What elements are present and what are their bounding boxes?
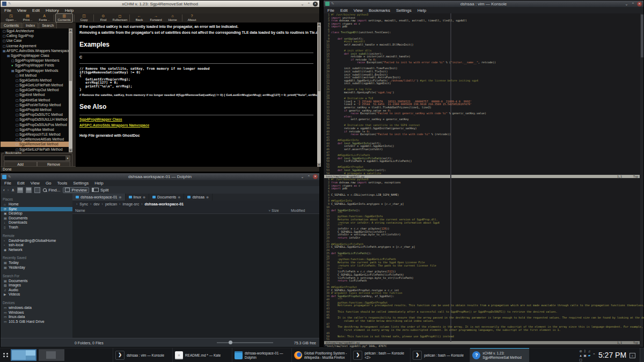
tree-item-sgp4propds50utc-method[interactable]: ▢Sgp4PropDs50UTC Method [1, 112, 69, 117]
tab-index[interactable]: Index [23, 23, 38, 28]
open-button[interactable]: ◳Open .. [3, 14, 19, 22]
contents-button[interactable]: ▥Contents [55, 13, 73, 23]
konsole-menu-settings[interactable]: Settings [396, 8, 412, 13]
tree-item-sgp4getlicfilepath-method[interactable]: ▢Sgp4GetLicFilePath Method [1, 83, 69, 87]
tree-item-sgp4propmse-method[interactable]: ▢Sgp4PropMse Method [1, 127, 69, 132]
home-button[interactable]: ⌂Home [164, 14, 181, 22]
copy-button[interactable]: ◫Copy [76, 14, 92, 22]
task-button-dshsaa-workspace-01-dolphin[interactable]: dshsaa-workspace-01 — Dolphin [232, 348, 291, 362]
konsole-menu-bookmarks[interactable]: Bookmarks [369, 8, 390, 13]
konsole-menu-file[interactable]: File [327, 8, 334, 13]
places-item-downloads[interactable]: ↓Downloads [1, 220, 72, 225]
tree-item-sgp4posveltokep-method[interactable]: ▢Sgp4PosVelToKep Method [1, 102, 69, 107]
places-item-windows-data[interactable]: ▭windows-data [1, 306, 72, 311]
zoom-slider[interactable] [217, 342, 273, 343]
pager-desktop-2[interactable] [39, 349, 64, 361]
tree-item-sgp4reepochtle-method[interactable]: ▢Sgp4ReepochTLE Method [1, 132, 69, 137]
konsole-menu-help[interactable]: Help [418, 8, 426, 13]
tab-linux[interactable]: linux⊗ [126, 194, 149, 201]
tree-item-sgp4removeallsats-method[interactable]: ▢Sgp4RemoveAllSats Method [1, 137, 69, 142]
close-icon[interactable]: ⊗ [206, 195, 209, 199]
tree-item-sgp4propwrapper-members[interactable]: ▢Sgp4PropWrapper Members [1, 58, 69, 63]
places-item-yesterday[interactable]: ▤Yesterday [1, 265, 72, 270]
places-item-101-5-gib-hard-drive[interactable]: ▭101.5 GiB Hard Drive [1, 320, 72, 324]
terminal-scrollbar[interactable] [640, 13, 643, 347]
tree-item-afspc-astrostds-wrappers-namespace[interactable]: ▤AFSPC.AstroStds.Wrappers Namespace [1, 48, 69, 53]
tree-item-init-method[interactable]: ▢Init Method [1, 73, 69, 78]
tab-documents[interactable]: Documents⊗ [149, 194, 184, 201]
xchm-menu-file[interactable]: File [4, 8, 11, 13]
task-button-global-positioning-system-wikipedia-mozilla-firefox[interactable]: Global Positioning System - Wikipedia - … [291, 348, 351, 362]
tree-item-sgp4getinfo-method[interactable]: ▢Sgp4GetInfo Method [1, 78, 69, 83]
task-button-pelican-bash-konsole-2[interactable]: ❯pelican : bash — Konsole <2> [350, 348, 410, 362]
column-header-name[interactable]: Name [75, 209, 268, 212]
task-button-dshsaa-vim-konsole[interactable]: ❯dshsaa : vim — Konsole [113, 348, 172, 362]
konsole-menu-view[interactable]: View [354, 8, 363, 13]
forward-button[interactable]: › [8, 188, 9, 193]
column-header-size[interactable]: Size [272, 209, 291, 212]
chat-icon[interactable]: ▰ [587, 353, 591, 358]
find-button[interactable]: ⊙Find [95, 14, 112, 22]
dolphin-titlebar[interactable]: ✎ dshsaa-workspace-01 — Dolphin ⌄ ⌃ ✕ [1, 173, 319, 180]
back-button[interactable]: ‹ [3, 188, 5, 193]
bookmarks-combobox[interactable]: ▼ [4, 156, 70, 161]
maximize-button[interactable]: ⌃ [631, 2, 635, 6]
close-button[interactable]: ✕ [637, 2, 642, 6]
pager-desktop-1[interactable] [11, 349, 36, 361]
display-icon[interactable]: ▢ [579, 358, 583, 362]
split-button[interactable]: Split [92, 188, 109, 193]
dolphin-menu-help[interactable]: Help [94, 181, 103, 186]
find-button[interactable]: Find... [43, 188, 60, 193]
icons-view-button[interactable] [17, 187, 23, 193]
vim-pane-bottom[interactable]: 1#! /usr/bin/env python32from dshsaa.raw… [324, 178, 640, 341]
tree-item-sgp4initsat-method[interactable]: ▢Sgp4InitSat Method [1, 98, 69, 102]
dolphin-menu-edit[interactable]: Edit [17, 181, 25, 186]
xchm-contents-tree[interactable]: ▢Sgp4 Architecture▢Calling Sgp4Prop▢Use … [1, 28, 69, 152]
column-header-modified[interactable]: Modified [291, 209, 317, 212]
places-item-sync[interactable]: ⟳Sync [1, 207, 72, 212]
breadcrumb-dev[interactable]: dev [93, 202, 99, 206]
tree-item-sgp4propds50utcllh-method[interactable]: ▢Sgp4PropDs50UtcLLH Method [1, 117, 69, 122]
volume-icon[interactable]: ♫ [587, 349, 591, 353]
terminal[interactable]: 1#! /usr/bin/env python32import unittest… [324, 13, 640, 347]
tree-item-sgp4propds50utcpos-method[interactable]: ▢Sgp4PropDs50UtcPos Method [1, 122, 69, 127]
zoom-slider-handle[interactable] [229, 341, 232, 344]
places-item-davidharding-globalhome[interactable]: ▫DavidHarding@GlobalHome [1, 239, 72, 243]
close-button[interactable]: ✕ [313, 2, 318, 6]
places-item-today[interactable]: ▤Today [1, 261, 72, 265]
places-item-home[interactable]: ⌂Home [1, 202, 72, 207]
maximize-button[interactable]: ⌃ [306, 2, 311, 6]
tree-item-sgp4propall-method[interactable]: ▢Sgp4PropAll Method [1, 107, 69, 112]
tab-contents[interactable]: Contents [1, 23, 22, 28]
tree-item-license-agreement[interactable]: ▢License Agreement [1, 43, 69, 48]
tree-scrollbar[interactable]: ▲ ▼ [69, 28, 72, 152]
close-icon[interactable]: ⊗ [119, 195, 121, 199]
tree-item-sgp4propwrapper-fields[interactable]: ●Sgp4PropWrapper Fields [1, 63, 69, 68]
places-item-trash[interactable]: ▯Trash [1, 225, 72, 230]
tree-item-sgp4-architecture[interactable]: ▢Sgp4 Architecture [1, 28, 69, 33]
dolphin-menu-file[interactable]: File [4, 181, 11, 186]
tree-item-use-case[interactable]: ▢Use Case [1, 38, 69, 43]
scroll-down-icon[interactable]: ▼ [317, 163, 321, 167]
xchm-titlebar[interactable]: ✎ xCHM v. 1.23: Sgp4RemoveSat Method ⌄ ⌃… [1, 1, 319, 7]
konsole-titlebar[interactable]: ✎ dshsaa : vim — Konsole ⌄ ⌃ ✕ [324, 1, 643, 7]
dolphin-menu-go[interactable]: Go [46, 181, 52, 186]
places-item-linux-data[interactable]: ▭linux-data [1, 315, 72, 320]
xchm-menu-history[interactable]: History [46, 8, 59, 13]
places-item-images[interactable]: ▧Images [1, 283, 72, 288]
task-button-readme-md-kate[interactable]: ≡README.md * — Kate [172, 348, 232, 362]
tab-dshsaa-workspace-01[interactable]: dshsaa-workspace-01⊗ [72, 194, 126, 201]
breadcrumb-dshsaa-workspace-01[interactable]: dshsaa-workspace-01 [145, 202, 184, 206]
close-icon[interactable]: ⊗ [178, 195, 180, 199]
scroll-down-icon[interactable]: ▼ [69, 149, 72, 152]
compact-view-button[interactable] [26, 187, 32, 193]
link-sgp4propwrapper-class[interactable]: Sgp4PropWrapper Class [79, 117, 317, 121]
fonts-button[interactable]: AFonts .. [36, 14, 53, 22]
breadcrumb-sync[interactable]: Sync [79, 202, 88, 206]
fullscreen-button[interactable]: ◻Fullscreen [112, 14, 128, 22]
task-button-xchm-v-1-23-sgp4removesat-method[interactable]: ?xCHM v. 1.23: Sgp4RemoveSat Method [470, 348, 529, 362]
places-item-windows[interactable]: ▭Windows [1, 311, 72, 315]
xchm-menu-edit[interactable]: Edit [32, 8, 40, 13]
places-item-network[interactable]: ◉Network [1, 248, 72, 253]
tray-expander-icon[interactable]: ⌃ [592, 353, 596, 357]
